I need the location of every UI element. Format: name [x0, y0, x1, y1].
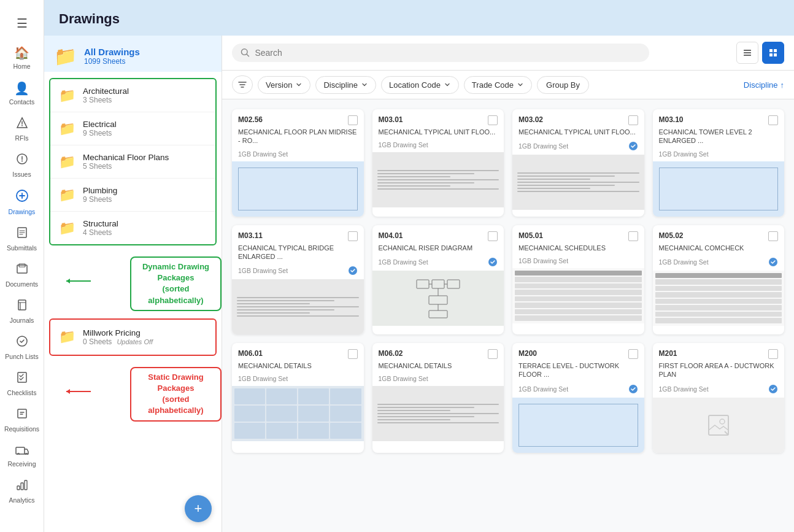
- sidebar-item-submittals[interactable]: Submittals: [0, 220, 44, 256]
- card-code: M200: [518, 349, 537, 358]
- folder-item-electrical[interactable]: 📁 Electrical 9 Sheets: [50, 112, 215, 145]
- drawing-card[interactable]: M05.02 MECHANICAL COMCHECK 1GB Drawing S…: [653, 225, 785, 335]
- sidebar-item-receiving[interactable]: Receiving: [0, 438, 44, 472]
- folder-item-mechanical[interactable]: 📁 Mechanical Floor Plans 5 Sheets: [50, 145, 215, 179]
- verified-icon: [348, 266, 358, 276]
- folder-name-millwork: Millwork Pricing: [83, 328, 207, 337]
- punch-lists-icon: [16, 335, 28, 350]
- sidebar-item-contacts[interactable]: 👤 Contacts: [0, 75, 44, 110]
- folder-name-structural: Structural: [83, 219, 118, 228]
- sidebar-item-home[interactable]: 🏠 Home: [0, 39, 44, 75]
- sidebar-item-issues[interactable]: Issues: [0, 147, 44, 183]
- location-code-filter[interactable]: Location Code: [381, 76, 459, 94]
- card-thumbnail-container: [232, 386, 364, 441]
- card-checkbox[interactable]: [768, 231, 778, 241]
- menu-button[interactable]: ☰: [0, 7, 44, 39]
- sidebar-item-analytics[interactable]: Analytics: [0, 472, 44, 509]
- add-folder-button[interactable]: +: [185, 495, 212, 522]
- discipline-filter[interactable]: Discipline: [315, 76, 376, 94]
- sidebar-item-drawings[interactable]: Drawings: [0, 183, 44, 220]
- card-set: 1GB Drawing Set: [379, 375, 428, 382]
- sort-label[interactable]: Discipline ↑: [744, 80, 784, 90]
- folder-item-plumbing[interactable]: 📁 Plumbing 9 Sheets: [50, 179, 215, 212]
- drawing-card[interactable]: M06.01 MECHANICAL DETAILS 1GB Drawing Se…: [232, 343, 364, 453]
- version-chevron-icon: [295, 81, 303, 88]
- sidebar-item-punch-lists[interactable]: Punch Lists: [0, 329, 44, 365]
- card-meta: 1GB Drawing Set: [232, 263, 364, 279]
- analytics-icon: [16, 479, 28, 494]
- filter-icon-button[interactable]: [232, 75, 253, 94]
- card-meta: 1GB Drawing Set: [653, 382, 785, 398]
- grid-view-icon: [768, 48, 778, 58]
- sidebar-item-journals[interactable]: Journals: [0, 293, 44, 329]
- sidebar-item-checklists[interactable]: Checklists: [0, 365, 44, 401]
- thumbnail: [653, 398, 785, 453]
- drawing-card[interactable]: M03.11 ECHANICAL TYPICAL BRIDGE ENLARGED…: [232, 225, 364, 335]
- drawing-card[interactable]: M03.02 MECHANICAL TYPICAL UNIT FLOO... 1…: [512, 109, 644, 217]
- drawing-card[interactable]: M200 TERRACE LEVEL - DUCTWORK FLOOR ... …: [512, 343, 644, 453]
- grid-view-button[interactable]: [762, 42, 784, 64]
- svg-rect-13: [21, 483, 23, 490]
- card-set: 1GB Drawing Set: [379, 258, 428, 266]
- content-area: Version Discipline Location Code: [222, 36, 794, 532]
- card-checkbox[interactable]: [628, 231, 638, 241]
- trade-code-filter[interactable]: Trade Code: [464, 76, 532, 94]
- folder-sheets-mechanical: 5 Sheets: [83, 162, 169, 171]
- sidebar-item-documents[interactable]: Documents: [0, 256, 44, 293]
- nav-label-home: Home: [13, 63, 30, 70]
- svg-rect-9: [16, 447, 25, 454]
- drawing-card[interactable]: M03.10 ECHANICAL TOWER LEVEL 2 ENLARGED …: [653, 109, 785, 217]
- folder-item-millwork[interactable]: 📁 Millwork Pricing 0 Sheets Updates Off: [50, 320, 215, 355]
- nav-label-rfis: RFIs: [15, 134, 28, 142]
- nav-label-receiving: Receiving: [7, 460, 36, 468]
- folder-item-structural[interactable]: 📁 Structural 4 Sheets: [50, 212, 215, 244]
- nav-rail: ☰ 🏠 Home 👤 Contacts RFIs Issues: [0, 0, 44, 532]
- card-checkbox[interactable]: [348, 349, 358, 359]
- receiving-icon: [15, 444, 29, 458]
- card-meta: 1GB Drawing Set: [512, 382, 644, 398]
- svg-rect-31: [432, 280, 444, 288]
- sidebar-item-requisitions[interactable]: Requisitions: [0, 401, 44, 438]
- card-title: ECHANICAL TYPICAL BRIDGE ENLARGED ...: [232, 244, 364, 264]
- card-meta: 1GB Drawing Set: [232, 372, 364, 386]
- sidebar-item-rfis[interactable]: RFIs: [0, 110, 44, 147]
- folder-sheets-structural: 4 Sheets: [83, 228, 118, 237]
- search-bar[interactable]: [232, 44, 649, 62]
- folder-sheets-plumbing: 9 Sheets: [83, 195, 117, 204]
- card-checkbox[interactable]: [488, 349, 498, 359]
- card-checkbox[interactable]: [628, 349, 638, 359]
- drawing-card[interactable]: M06.02 MECHANICAL DETAILS 1GB Drawing Se…: [372, 343, 504, 453]
- search-input[interactable]: [255, 48, 641, 58]
- drawing-card[interactable]: M02.56 MECHANICAL FLOOR PLAN MIDRISE - R…: [232, 109, 364, 217]
- card-meta: 1GB Drawing Set: [512, 139, 644, 155]
- card-checkbox[interactable]: [628, 115, 638, 125]
- card-header: M05.01: [512, 225, 644, 244]
- folder-sheets-architectural: 3 Sheets: [83, 96, 129, 104]
- card-checkbox[interactable]: [768, 115, 778, 125]
- folder-item-architectural[interactable]: 📁 Architectural 3 Sheets: [50, 79, 215, 112]
- svg-rect-23: [769, 49, 773, 52]
- card-thumbnail-container: [372, 386, 504, 441]
- drawing-card[interactable]: M05.01 MECHANICAL SCHEDULES 1GB Drawing …: [512, 225, 644, 335]
- card-header: M02.56: [232, 109, 364, 128]
- card-checkbox[interactable]: [488, 231, 498, 241]
- card-checkbox[interactable]: [488, 115, 498, 125]
- verified-icon: [488, 257, 498, 267]
- static-packages-group: 📁 Millwork Pricing 0 Sheets Updates Off: [49, 318, 217, 356]
- trade-code-chevron-icon: [517, 81, 524, 88]
- card-checkbox[interactable]: [768, 349, 778, 359]
- journals-icon: [16, 299, 28, 314]
- drawing-card[interactable]: M201 FIRST FLOOR AREA A - DUCTWORK PLAN …: [653, 343, 785, 453]
- card-checkbox[interactable]: [348, 231, 358, 241]
- card-header: M201: [653, 343, 785, 361]
- version-filter[interactable]: Version: [258, 76, 310, 94]
- list-view-button[interactable]: [736, 42, 758, 64]
- group-by-button[interactable]: Group By: [537, 76, 589, 94]
- drawing-card[interactable]: M04.01 ECHANICAL RISER DIAGRAM 1GB Drawi…: [372, 225, 504, 335]
- drawing-card[interactable]: M03.01 MECHANICAL TYPICAL UNIT FLOO... 1…: [372, 109, 504, 217]
- card-checkbox[interactable]: [348, 115, 358, 125]
- card-set: 1GB Drawing Set: [379, 141, 428, 148]
- all-drawings-header[interactable]: 📁 All Drawings 1099 Sheets: [44, 36, 222, 72]
- svg-rect-21: [744, 52, 751, 53]
- verified-icon: [628, 141, 638, 151]
